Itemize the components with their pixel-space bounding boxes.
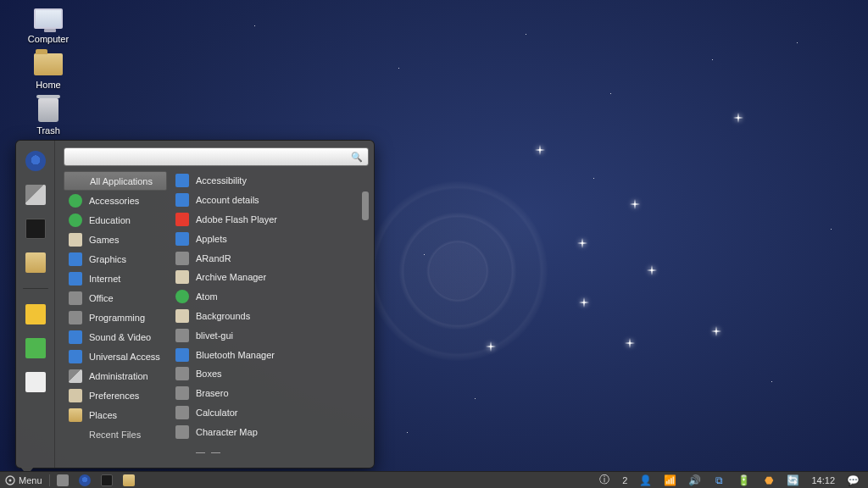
category-office[interactable]: Office	[64, 288, 167, 308]
search-input[interactable]	[70, 152, 351, 162]
terminal-icon	[101, 474, 113, 486]
category-games[interactable]: Games	[64, 230, 167, 249]
app-icon	[175, 367, 189, 380]
app-icon	[175, 425, 189, 439]
category-programming[interactable]: Programming	[64, 308, 167, 327]
category-accessories[interactable]: Accessories	[64, 191, 167, 210]
tray-bluetooth-icon[interactable]: ⧉	[708, 474, 731, 486]
category-all-applications[interactable]: All Applications	[64, 171, 167, 191]
files-icon	[123, 474, 135, 486]
app-icon	[175, 270, 189, 284]
tray-wifi-icon[interactable]: 📶	[659, 474, 682, 486]
category-icon	[69, 369, 82, 383]
app-blivet-gui[interactable]: blivet-gui	[170, 325, 360, 345]
favorites-column	[16, 141, 55, 468]
desktop-icon-home[interactable]: Home	[19, 51, 78, 90]
tray-clock[interactable]: 14:12	[806, 475, 840, 485]
app-accessibility[interactable]: Accessibility	[170, 171, 360, 191]
desktop-icon-trash[interactable]: Trash	[19, 97, 78, 136]
computer-icon	[34, 8, 63, 29]
category-graphics[interactable]: Graphics	[64, 249, 167, 269]
favorite-logout[interactable]	[24, 336, 47, 360]
lock-icon	[25, 304, 46, 324]
favorite-lock[interactable]	[24, 302, 47, 326]
application-menu: 🔍 All ApplicationsAccessoriesEducationGa…	[15, 140, 375, 469]
desktop: Computer Home Trash 🔍 All ApplicationsAc…	[0, 0, 868, 488]
category-icon	[69, 389, 82, 402]
settings-icon	[25, 185, 46, 205]
launcher-terminal[interactable]	[96, 474, 118, 486]
app-account-details[interactable]: Account details	[170, 191, 360, 210]
app-archive-manager[interactable]: Archive Manager	[170, 268, 360, 287]
app-label: blivet-gui	[196, 330, 233, 341]
app-bluetooth-manager[interactable]: Bluetooth Manager	[170, 345, 360, 364]
app-brasero[interactable]: Brasero	[170, 384, 360, 403]
category-label: Sound & Video	[89, 332, 151, 342]
bottom-panel: Menu ⓘ 2 👤 📶 🔊 ⧉ 🔋 ⬣ 🔄 14:12 💬	[0, 471, 868, 488]
category-icon	[69, 291, 82, 305]
category-icon	[69, 330, 82, 344]
category-label: Recent Files	[89, 430, 141, 440]
app-label: Bluetooth Manager	[196, 350, 275, 360]
application-column: AccessibilityAccount detailsAdobe Flash …	[170, 171, 369, 461]
app-icon	[175, 329, 189, 342]
app-calculator[interactable]: Calculator	[170, 403, 360, 423]
search-icon: 🔍	[351, 152, 363, 163]
app-label: ARandR	[196, 253, 231, 263]
tray-updates-icon[interactable]: 🔄	[782, 474, 804, 486]
desktop-icon-label: Computer	[28, 34, 69, 44]
app-icon	[175, 309, 189, 323]
launcher-files[interactable]	[118, 474, 140, 486]
favorite-files[interactable]	[24, 251, 47, 274]
menu-search[interactable]: 🔍	[64, 147, 369, 166]
category-internet[interactable]: Internet	[64, 269, 167, 288]
app-applets[interactable]: Applets	[170, 229, 360, 248]
category-label: Universal Access	[89, 352, 160, 362]
menu-button[interactable]: Menu	[0, 472, 47, 488]
category-places[interactable]: Places	[64, 405, 167, 424]
category-universal-access[interactable]: Universal Access	[64, 347, 167, 366]
category-preferences[interactable]: Preferences	[64, 385, 167, 405]
app-label: Archive Manager	[196, 272, 266, 282]
app-icon	[175, 386, 189, 400]
tray-battery-icon[interactable]: 🔋	[732, 474, 755, 486]
menu-button-label: Menu	[19, 475, 42, 485]
category-column: All ApplicationsAccessoriesEducationGame…	[64, 171, 167, 461]
favorite-settings[interactable]	[24, 183, 47, 207]
tray-workspace[interactable]: 2	[617, 475, 632, 485]
tray-notifications-icon[interactable]: 💬	[842, 474, 865, 486]
category-sound-video[interactable]: Sound & Video	[64, 327, 167, 347]
tray-info-icon[interactable]: ⓘ	[593, 474, 615, 486]
app-label: Boxes	[196, 369, 222, 379]
app-icon	[175, 348, 189, 362]
app-arandr[interactable]: ARandR	[170, 248, 360, 268]
category-icon	[69, 272, 82, 286]
desktop-icon-label: Trash	[36, 125, 60, 136]
app-icon	[175, 290, 189, 303]
category-education[interactable]: Education	[64, 210, 167, 230]
favorite-firefox[interactable]	[24, 149, 47, 173]
category-label: Education	[89, 215, 131, 225]
app-icon	[175, 406, 189, 419]
category-administration[interactable]: Administration	[64, 366, 167, 385]
favorite-shutdown[interactable]	[24, 370, 47, 394]
app-character-map[interactable]: Character Map	[170, 422, 360, 441]
tray-volume-icon[interactable]: 🔊	[683, 474, 706, 486]
launcher-show-desktop[interactable]	[52, 474, 74, 486]
app-atom[interactable]: Atom	[170, 287, 360, 307]
scrollbar-thumb[interactable]	[362, 191, 369, 220]
launcher-firefox[interactable]	[74, 474, 96, 486]
tray-user-icon[interactable]: 👤	[634, 474, 657, 486]
favorite-terminal[interactable]	[24, 217, 47, 241]
app-adobe-flash-player[interactable]: Adobe Flash Player	[170, 210, 360, 230]
category-recent-files: Recent Files	[64, 424, 167, 444]
app-backgrounds[interactable]: Backgrounds	[170, 307, 360, 326]
tray-shield-icon[interactable]: ⬣	[757, 474, 780, 486]
app-icon	[175, 193, 189, 207]
favorites-separator	[23, 288, 48, 289]
app-icon	[175, 232, 189, 246]
desktop-icon-computer[interactable]: Computer	[19, 5, 78, 44]
app-boxes[interactable]: Boxes	[170, 364, 360, 384]
category-label: Administration	[89, 371, 148, 381]
firefox-icon	[79, 474, 91, 486]
